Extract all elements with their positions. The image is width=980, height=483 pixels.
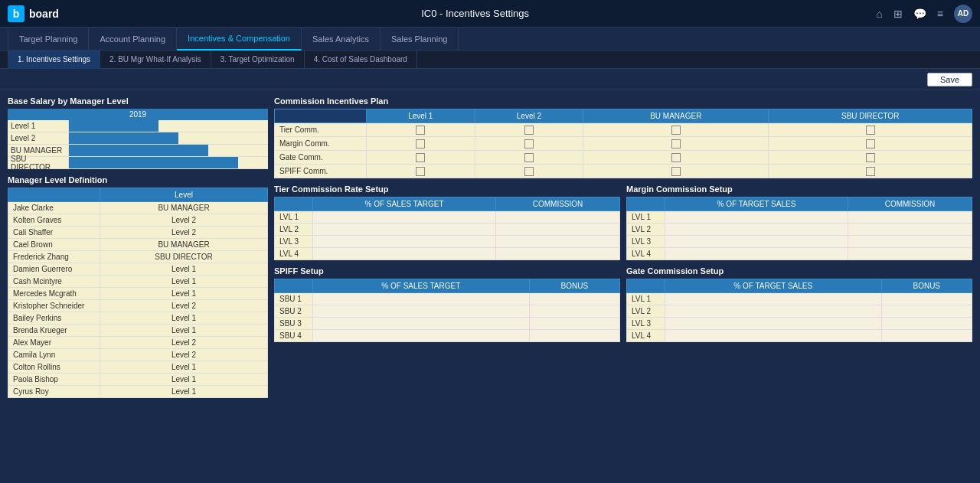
manager-level-val: Level 2 <box>100 227 268 239</box>
comm-cb-sbu[interactable] <box>769 123 972 137</box>
manager-level-val: Level 1 <box>100 386 268 398</box>
table-row: Kristopher Schneider Level 2 <box>8 300 268 312</box>
tier-comm-val[interactable] <box>496 236 620 248</box>
avatar[interactable]: AD <box>954 5 972 23</box>
comm-cb-sbu[interactable] <box>769 137 972 151</box>
comm-cb-l2[interactable] <box>475 123 583 137</box>
manager-level-val: SBU DIRECTOR <box>100 251 268 263</box>
table-row: Brenda Krueger Level 1 <box>8 325 268 337</box>
tier-row-label: LVL 3 <box>275 236 313 248</box>
spiff-pct-val[interactable] <box>313 293 530 305</box>
tier-comm-val[interactable] <box>496 248 620 260</box>
tier-comm-val[interactable] <box>496 224 620 236</box>
margin-comm-val[interactable] <box>848 236 972 248</box>
comm-cb-bu[interactable] <box>583 123 769 137</box>
sub-tab-target-opt[interactable]: 3. Target Optimization <box>211 51 305 69</box>
margin-pct-val[interactable] <box>665 236 848 248</box>
gate-bonus-val[interactable] <box>881 305 972 318</box>
tier-pct-header: % OF SALES TARGET <box>313 197 496 211</box>
spiff-bonus-val[interactable] <box>529 293 619 305</box>
bar-row-level2: Level 2 <box>8 132 268 145</box>
spiff-bonus-val[interactable] <box>529 305 619 318</box>
comm-cb-bu[interactable] <box>583 165 769 178</box>
margin-row-label: LVL 1 <box>627 211 665 224</box>
manager-level-title: Manager Level Definition <box>8 175 268 184</box>
gate-bonus-val[interactable] <box>881 293 972 305</box>
gate-row-label: LVL 4 <box>627 330 665 342</box>
gate-pct-header: % OF TARGET SALES <box>665 279 882 293</box>
manager-level-val: BU MANAGER <box>100 239 268 251</box>
sub-tab-bu-mgr[interactable]: 2. BU Mgr What-If Analysis <box>100 51 211 69</box>
comm-cb-l2[interactable] <box>475 165 583 178</box>
tab-sales-planning[interactable]: Sales Planning <box>381 28 459 51</box>
spiff-bonus-val[interactable] <box>529 318 619 330</box>
manager-name: Bailey Perkins <box>8 312 100 325</box>
comm-cb-bu[interactable] <box>583 137 769 151</box>
margin-pct-val[interactable] <box>665 211 848 224</box>
tab-account-planning[interactable]: Account Planning <box>89 28 177 51</box>
comm-cb-l2[interactable] <box>475 151 583 165</box>
manager-level-val: Level 2 <box>100 337 268 349</box>
comm-cb-l2[interactable] <box>475 137 583 151</box>
bar-label-level2: Level 2 <box>8 132 69 144</box>
comm-cb-l1[interactable] <box>367 123 475 137</box>
margin-row-label: LVL 3 <box>627 236 665 248</box>
tier-pct-val[interactable] <box>313 248 496 260</box>
table-row: Gate Comm. <box>275 151 972 165</box>
gate-bonus-val[interactable] <box>881 318 972 330</box>
margin-comm-val[interactable] <box>848 211 972 224</box>
comm-cb-l1[interactable] <box>367 137 475 151</box>
margin-comm-header: COMMISSION <box>848 197 972 211</box>
spiff-table: % OF SALES TARGET BONUS SBU 1 SBU 2 SBU … <box>274 279 620 342</box>
sub-tabs: 1. Incentives Settings 2. BU Mgr What-If… <box>0 51 980 69</box>
manager-level-val: BU MANAGER <box>100 202 268 214</box>
home-icon[interactable]: ⌂ <box>876 8 882 20</box>
setup-pair-top: Tier Commission Rate Setup % OF SALES TA… <box>274 184 972 260</box>
tab-sales-analytics[interactable]: Sales Analytics <box>302 28 381 51</box>
gate-bonus-val[interactable] <box>881 330 972 342</box>
logo-text: board <box>29 8 59 20</box>
tier-comm-val[interactable] <box>496 211 620 224</box>
nav-tabs: Target Planning Account Planning Incenti… <box>0 28 980 51</box>
gate-pct-val[interactable] <box>665 330 882 342</box>
spiff-row-label: SBU 3 <box>275 318 313 330</box>
tab-target-planning[interactable]: Target Planning <box>8 28 89 51</box>
spiff-pct-val[interactable] <box>313 330 530 342</box>
gate-pct-val[interactable] <box>665 293 882 305</box>
comment-icon[interactable]: 💬 <box>913 8 926 20</box>
comm-cb-l1[interactable] <box>367 165 475 178</box>
table-row: Frederick Zhang SBU DIRECTOR <box>8 251 268 263</box>
margin-blank-header <box>627 197 665 211</box>
app-header: b board IC0 - Incentives Settings ⌂ ⊞ 💬 … <box>0 0 980 28</box>
gate-pct-val[interactable] <box>665 318 882 330</box>
menu-icon[interactable]: ≡ <box>937 8 943 20</box>
table-row: Alex Mayer Level 2 <box>8 337 268 349</box>
comm-cb-l1[interactable] <box>367 151 475 165</box>
table-row: Damien Guerrero Level 1 <box>8 263 268 276</box>
spiff-bonus-val[interactable] <box>529 330 619 342</box>
margin-comm-val[interactable] <box>848 248 972 260</box>
tab-incentives-compensation[interactable]: Incentives & Compensation <box>177 28 302 51</box>
manager-name: Mercedes Mcgrath <box>8 288 100 300</box>
comm-cb-sbu[interactable] <box>769 165 972 178</box>
table-row: SBU 3 <box>275 318 620 330</box>
save-button[interactable]: Save <box>927 73 972 86</box>
margin-pct-val[interactable] <box>665 248 848 260</box>
comm-cb-bu[interactable] <box>583 151 769 165</box>
sub-tab-incentives-settings[interactable]: 1. Incentives Settings <box>8 51 100 69</box>
spiff-pct-val[interactable] <box>313 305 530 318</box>
manager-name: Camila Lynn <box>8 349 100 361</box>
margin-pct-val[interactable] <box>665 224 848 236</box>
sub-tab-cost-dashboard[interactable]: 4. Cost of Sales Dashboard <box>305 51 417 69</box>
share-icon[interactable]: ⊞ <box>893 8 903 20</box>
spiff-pct-val[interactable] <box>313 318 530 330</box>
gate-pct-val[interactable] <box>665 305 882 318</box>
comm-cb-sbu[interactable] <box>769 151 972 165</box>
tier-pct-val[interactable] <box>313 224 496 236</box>
tier-pct-val[interactable] <box>313 211 496 224</box>
tier-pct-val[interactable] <box>313 236 496 248</box>
spiff-section: SPIFF Setup % OF SALES TARGET BONUS SBU … <box>274 266 620 342</box>
gate-row-label: LVL 3 <box>627 318 665 330</box>
margin-comm-val[interactable] <box>848 224 972 236</box>
gate-blank-header <box>627 279 665 293</box>
